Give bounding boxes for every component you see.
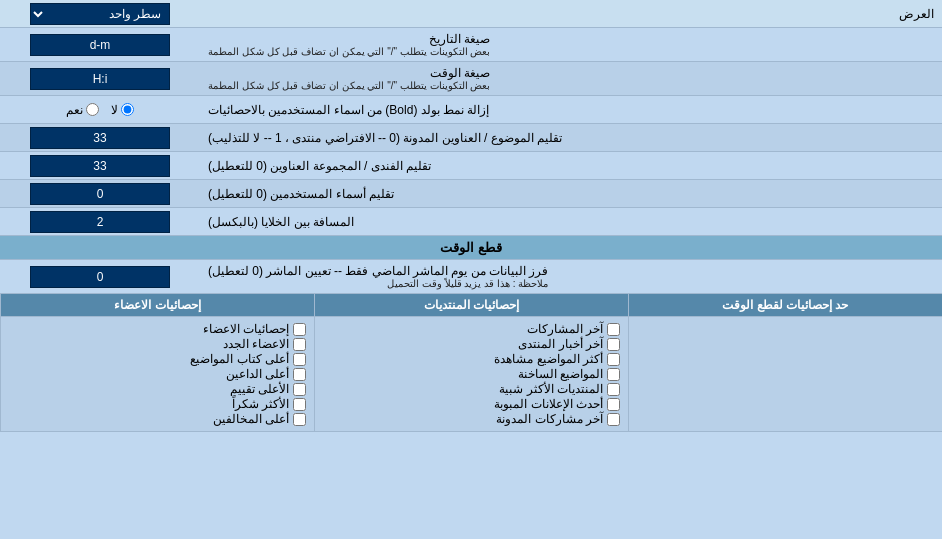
members-checkbox-4[interactable] bbox=[293, 383, 306, 396]
stats-posts-cell: آخر المشاركاتآخر أخبار المنتدىأكثر الموا… bbox=[314, 317, 628, 431]
radio-yes-2[interactable]: نعم bbox=[66, 103, 99, 117]
members-item-4: الأعلى تقييم bbox=[9, 382, 306, 396]
setting-input-cell-5 bbox=[0, 180, 200, 207]
stats-header-limit: حد إحصائيات لقطع الوقت bbox=[628, 294, 942, 316]
stats-header-members: إحصائيات الاعضاء bbox=[0, 294, 314, 316]
setting-input-6[interactable] bbox=[30, 211, 170, 233]
posts-checkbox-4[interactable] bbox=[607, 383, 620, 396]
display-select[interactable]: سطر واحدسطرينثلاثة أسطر bbox=[30, 3, 170, 25]
members-checkbox-2[interactable] bbox=[293, 353, 306, 366]
setting-label-6: المسافة بين الخلايا (بالبكسل) bbox=[200, 208, 942, 235]
setting-label-3: تقليم الموضوع / العناوين المدونة (0 -- ا… bbox=[200, 124, 942, 151]
members-item-6: أعلى المخالفين bbox=[9, 412, 306, 426]
setting-label-2: إزالة نمط بولد (Bold) من اسماء المستخدمي… bbox=[200, 96, 942, 123]
stats-members-cell: إحصائيات الاعضاءالاعضاء الجددأعلى كتاب ا… bbox=[0, 317, 314, 431]
posts-checkbox-2[interactable] bbox=[607, 353, 620, 366]
stats-limit-cell bbox=[628, 317, 942, 431]
setting-input-cell-3 bbox=[0, 124, 200, 151]
setting-row-5: تقليم أسماء المستخدمين (0 للتعطيل) bbox=[0, 180, 942, 208]
posts-checkbox-3[interactable] bbox=[607, 368, 620, 381]
cut-label: فرز البيانات من يوم الماشر الماضي فقط --… bbox=[200, 260, 942, 293]
display-select-cell: سطر واحدسطرينثلاثة أسطر bbox=[0, 3, 200, 25]
posts-item-4: المنتديات الأكثر شبية bbox=[323, 382, 620, 396]
setting-input-cell-6 bbox=[0, 208, 200, 235]
setting-label-0: صيغة التاريخبعض التكوينات يتطلب "/" التي… bbox=[200, 28, 942, 61]
setting-input-5[interactable] bbox=[30, 183, 170, 205]
radio-no-2[interactable]: لا bbox=[111, 103, 134, 117]
setting-row-1: صيغة الوقتبعض التكوينات يتطلب "/" التي ي… bbox=[0, 62, 942, 96]
setting-row-4: تقليم الفندى / المجموعة العناوين (0 للتع… bbox=[0, 152, 942, 180]
members-checkbox-1[interactable] bbox=[293, 338, 306, 351]
posts-item-3: المواضيع الساخنة bbox=[323, 367, 620, 381]
setting-input-cell-4 bbox=[0, 152, 200, 179]
cut-input[interactable] bbox=[30, 266, 170, 288]
setting-label-4: تقليم الفندى / المجموعة العناوين (0 للتع… bbox=[200, 152, 942, 179]
posts-checkbox-5[interactable] bbox=[607, 398, 620, 411]
posts-checkbox-1[interactable] bbox=[607, 338, 620, 351]
members-item-1: الاعضاء الجدد bbox=[9, 337, 306, 351]
members-item-2: أعلى كتاب المواضيع bbox=[9, 352, 306, 366]
setting-input-cell-1 bbox=[0, 62, 200, 95]
members-checkbox-5[interactable] bbox=[293, 398, 306, 411]
setting-input-cell-2: لانعم bbox=[0, 96, 200, 123]
setting-label-1: صيغة الوقتبعض التكوينات يتطلب "/" التي ي… bbox=[200, 62, 942, 95]
cut-section-header: قطع الوقت bbox=[0, 236, 942, 260]
posts-checkbox-0[interactable] bbox=[607, 323, 620, 336]
stats-header-posts: إحصائيات المنتديات bbox=[314, 294, 628, 316]
members-checkbox-6[interactable] bbox=[293, 413, 306, 426]
setting-input-4[interactable] bbox=[30, 155, 170, 177]
setting-input-3[interactable] bbox=[30, 127, 170, 149]
posts-checkbox-6[interactable] bbox=[607, 413, 620, 426]
cut-input-cell bbox=[0, 260, 200, 293]
setting-input-cell-0 bbox=[0, 28, 200, 61]
members-item-0: إحصائيات الاعضاء bbox=[9, 322, 306, 336]
posts-item-1: آخر أخبار المنتدى bbox=[323, 337, 620, 351]
posts-item-2: أكثر المواضيع مشاهدة bbox=[323, 352, 620, 366]
display-label: العرض bbox=[200, 3, 942, 25]
members-item-5: الأكثر شكراً bbox=[9, 397, 306, 411]
members-item-3: أعلى الداعين bbox=[9, 367, 306, 381]
setting-row-3: تقليم الموضوع / العناوين المدونة (0 -- ا… bbox=[0, 124, 942, 152]
setting-input-0[interactable] bbox=[30, 34, 170, 56]
members-checkbox-0[interactable] bbox=[293, 323, 306, 336]
posts-item-0: آخر المشاركات bbox=[323, 322, 620, 336]
setting-input-1[interactable] bbox=[30, 68, 170, 90]
setting-row-0: صيغة التاريخبعض التكوينات يتطلب "/" التي… bbox=[0, 28, 942, 62]
setting-label-5: تقليم أسماء المستخدمين (0 للتعطيل) bbox=[200, 180, 942, 207]
posts-item-5: أحدث الإعلانات المبوبة bbox=[323, 397, 620, 411]
posts-item-6: آخر مشاركات المدونة bbox=[323, 412, 620, 426]
setting-row-6: المسافة بين الخلايا (بالبكسل) bbox=[0, 208, 942, 236]
members-checkbox-3[interactable] bbox=[293, 368, 306, 381]
setting-row-2: إزالة نمط بولد (Bold) من اسماء المستخدمي… bbox=[0, 96, 942, 124]
